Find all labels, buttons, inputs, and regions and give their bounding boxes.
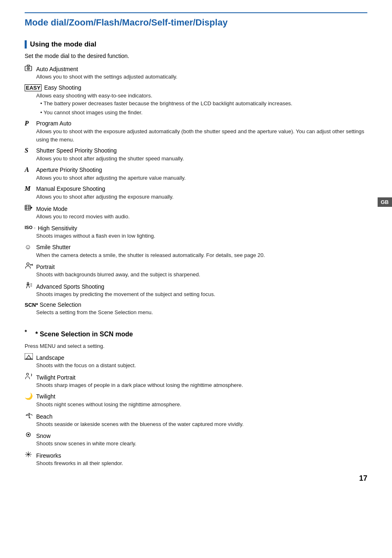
mode-label-manual: M Manual Exposure Shooting [25, 185, 367, 192]
twilight-name: Twilight [36, 393, 55, 400]
portrait-icon [25, 262, 34, 269]
svg-point-40 [28, 454, 29, 455]
program-icon: P [25, 120, 34, 127]
mode-item-scn: SCN* Scene Selection Selects a setting f… [25, 301, 367, 317]
svg-line-22 [26, 285, 28, 285]
twilight-desc: Shoots night scenes without losing the n… [36, 401, 367, 409]
mode-label-landscape: Landscape [25, 353, 367, 361]
mode-item-smile: ☺ Smile Shutter When the camera detects … [25, 243, 367, 259]
mode-label-auto: Auto Adjustment [25, 65, 367, 72]
svg-point-30 [27, 373, 29, 375]
svg-line-20 [26, 286, 27, 288]
twilight-portrait-desc: Shoots sharp images of people in a dark … [36, 381, 367, 389]
gb-tab: GB [378, 197, 392, 207]
smile-name: Smile Shutter [36, 244, 71, 250]
svg-point-12 [27, 263, 29, 265]
svg-marker-28 [26, 355, 31, 359]
mode-label-sports: Advanced Sports Shooting [25, 282, 367, 290]
landscape-desc: Shoots with the focus on a distant subje… [36, 361, 367, 370]
mode-label-smile: ☺ Smile Shutter [25, 243, 367, 251]
page-number: 17 [359, 474, 367, 483]
scn-icon: SCN* [25, 302, 38, 308]
shutter-desc: Allows you to shoot after adjusting the … [36, 155, 367, 163]
svg-text:○: ○ [34, 226, 35, 230]
smile-desc: When the camera detects a smile, the shu… [36, 251, 367, 259]
mode-label-scn: SCN* Scene Selection [25, 301, 367, 308]
portrait-name: Portrait [36, 264, 55, 270]
sports-desc: Shoots images by predicting the movement… [36, 290, 367, 299]
fireworks-desc: Shoots fireworks in all their splendor. [36, 459, 367, 468]
mode-item-manual: M Manual Exposure Shooting Allows you to… [25, 185, 367, 201]
mode-item-shutter: S Shutter Speed Priority Shooting Allows… [25, 147, 367, 163]
section-title-mode-dial: Using the mode dial [30, 40, 97, 49]
twilight-portrait-icon [25, 373, 34, 380]
scn-desc: Selects a setting from the Scene Selecti… [36, 308, 367, 317]
twilight-portrait-name: Twilight Portrait [36, 374, 76, 381]
easy-name: Easy Shooting [44, 84, 81, 91]
svg-rect-1 [27, 65, 30, 66]
aperture-desc: Allows you to shoot after adjusting the … [36, 174, 367, 182]
beach-desc: Shoots seaside or lakeside scenes with t… [36, 420, 367, 428]
mode-item-iso: ISO ○ High Sensitivity Shoots images wit… [25, 224, 367, 240]
easy-bullet-1: The battery power decreases faster becau… [40, 100, 367, 108]
svg-marker-9 [31, 206, 32, 209]
mode-item-portrait: Portrait Shoots with backgrounds blurred… [25, 262, 367, 279]
movie-desc: Allows you to record movies with audio. [36, 213, 367, 221]
movie-name: Movie Mode [36, 206, 67, 212]
mode-item-fireworks: Fireworks Shoots fireworks in all their … [25, 451, 367, 468]
shutter-icon: S [25, 147, 34, 154]
scn-star-icon: * [25, 329, 34, 335]
mode-item-program: P Program Auto Allows you to shoot with … [25, 120, 367, 144]
mode-item-sports: Advanced Sports Shooting Shoots images b… [25, 282, 367, 299]
mode-label-portrait: Portrait [25, 262, 367, 270]
mode-dial-intro: Set the mode dial to the desired functio… [25, 52, 367, 60]
program-name: Program Auto [36, 120, 71, 127]
page-title: Mode dial/Zoom/Flash/Macro/Self-timer/Di… [25, 17, 367, 28]
mode-item-movie: Movie Mode Allows you to record movies w… [25, 204, 367, 221]
landscape-icon [25, 353, 34, 360]
smile-icon: ☺ [25, 243, 34, 251]
mode-label-easy: EASY Easy Shooting [25, 84, 367, 91]
mode-label-fireworks: Fireworks [25, 451, 367, 459]
scn-subsection-header: * * Scene Selection in SCN mode [25, 323, 367, 340]
svg-line-21 [29, 286, 30, 288]
portrait-desc: Shoots with backgrounds blurred away, an… [36, 271, 367, 279]
mode-label-program: P Program Auto [25, 120, 367, 127]
beach-name: Beach [36, 413, 53, 420]
mode-label-movie: Movie Mode [25, 204, 367, 212]
snow-name: Snow [36, 433, 51, 439]
mode-item-landscape: Landscape Shoots with the focus on a dis… [25, 353, 367, 370]
fireworks-icon [25, 451, 34, 458]
iso-desc: Shoots images without a flash even in lo… [36, 232, 367, 240]
mode-item-aperture: A Aperture Priority Shooting Allows you … [25, 166, 367, 182]
shutter-name: Shutter Speed Priority Shooting [36, 147, 117, 154]
aperture-name: Aperture Priority Shooting [36, 167, 102, 173]
easy-desc: Allows easy shooting with easy-to-see in… [36, 92, 367, 117]
mode-item-twilight-portrait: Twilight Portrait Shoots sharp images of… [25, 373, 367, 389]
easy-bullet-2: You cannot shoot images using the finder… [40, 109, 367, 117]
scn-intro: Press MENU and select a setting. [25, 342, 367, 350]
aperture-icon: A [25, 166, 34, 174]
manual-name: Manual Exposure Shooting [36, 185, 105, 192]
mode-label-snow: Snow [25, 431, 367, 439]
top-border [25, 12, 367, 13]
section-bar [25, 40, 27, 49]
auto-desc: Allows you to shoot with the settings ad… [36, 73, 367, 81]
landscape-name: Landscape [36, 354, 65, 361]
scn-name: Scene Selection [40, 301, 81, 308]
easy-icon: EASY [25, 84, 42, 91]
mode-label-iso: ISO ○ High Sensitivity [25, 224, 367, 232]
snow-icon [25, 431, 34, 438]
mode-item-beach: Beach Shoots seaside or lakeside scenes … [25, 412, 367, 428]
svg-point-35 [28, 434, 29, 435]
scn-subsection-title: * Scene Selection in SCN mode [35, 331, 133, 338]
snow-desc: Shoots snow scenes in white more clearly… [36, 440, 367, 448]
mode-label-shutter: S Shutter Speed Priority Shooting [25, 147, 367, 154]
sports-name: Advanced Sports Shooting [36, 283, 104, 290]
manual-icon: M [25, 185, 34, 192]
movie-icon [25, 204, 34, 211]
mode-label-beach: Beach [25, 412, 367, 420]
auto-name: Auto Adjustment [36, 66, 78, 72]
mode-label-aperture: A Aperture Priority Shooting [25, 166, 367, 174]
iso-name: High Sensitivity [38, 225, 77, 232]
